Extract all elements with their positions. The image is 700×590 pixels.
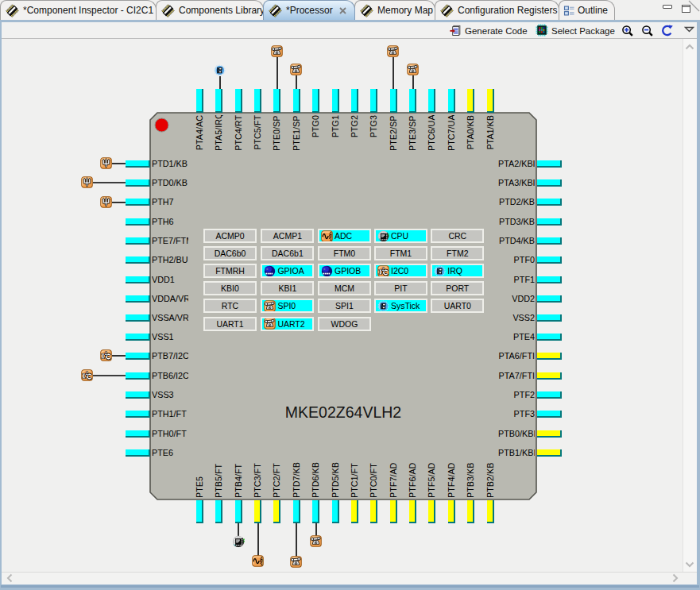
svg-text:2: 2 xyxy=(86,370,88,376)
svg-text:1: 1 xyxy=(330,237,332,241)
svg-text:2: 2 xyxy=(105,350,107,356)
svg-text:2: 2 xyxy=(382,266,385,272)
svg-text:1: 1 xyxy=(261,562,263,566)
